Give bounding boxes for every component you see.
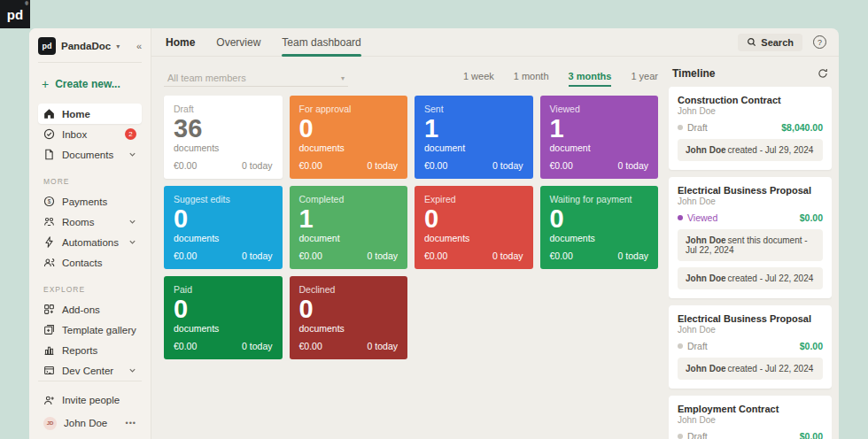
card-amount: €0.00	[174, 160, 197, 171]
more-options-icon[interactable]: •••	[126, 419, 136, 427]
timeline-event: John Doecreated - Jul 22, 2024	[678, 267, 823, 289]
period-1-month[interactable]: 1 month	[514, 71, 549, 87]
card-amount: €0.00	[299, 341, 322, 351]
sidebar-item-label: Contacts	[62, 258, 102, 268]
card-label: Sent	[424, 104, 523, 114]
timeline-doc-owner: John Doe	[678, 106, 823, 116]
status-card-declined[interactable]: Declined 0 documents €0.000 today	[290, 276, 408, 359]
sidebar-item-reports[interactable]: Reports	[38, 340, 142, 360]
timeline-doc-owner: John Doe	[678, 325, 823, 335]
section-label-explore: EXPLORE	[43, 285, 142, 294]
inbox-badge: 2	[125, 128, 136, 140]
card-label: Declined	[299, 284, 399, 295]
period-tabs: 1 week 1 month 3 months 1 year	[463, 71, 658, 87]
timeline-event: John Doecreated - Jul 29, 2024	[678, 139, 823, 161]
tab-home[interactable]: Home	[166, 28, 195, 56]
team-select-value: All team members	[167, 73, 246, 83]
timeline-entry[interactable]: Employment Contract John Doe Draft $0.00…	[669, 396, 832, 439]
sidebar-item-label: Reports	[62, 345, 97, 356]
sidebar-item-label: Automations	[62, 237, 119, 248]
sidebar-item-label: Inbox	[62, 129, 87, 140]
chevron-down-icon	[128, 366, 136, 374]
doc-amount: $0.00	[800, 431, 823, 439]
timeline-header: Timeline	[669, 65, 832, 87]
card-today: 0 today	[618, 250, 648, 261]
period-1-week[interactable]: 1 week	[463, 71, 494, 87]
search-label: Search	[761, 37, 794, 48]
workspace-switcher[interactable]: pd PandaDoc ▾ «	[38, 35, 142, 63]
sidebar-item-template-gallery[interactable]: Template gallery	[38, 320, 142, 340]
timeline-entry[interactable]: Construction Contract John Doe Draft $8,…	[669, 87, 832, 170]
collapse-sidebar-icon[interactable]: «	[136, 41, 142, 51]
status-dot	[678, 125, 683, 130]
doc-amount: $0.00	[800, 341, 823, 351]
sidebar-item-contacts[interactable]: Contacts	[38, 252, 142, 273]
sidebar-item-label: Template gallery	[62, 325, 136, 335]
sidebar-item-documents[interactable]: Documents	[38, 144, 142, 165]
status-label: Draft	[687, 431, 708, 439]
card-count: 1	[550, 116, 649, 142]
doc-amount: $0.00	[800, 212, 823, 223]
doc-amount: $8,040.00	[781, 122, 823, 133]
status-card-draft[interactable]: Draft 36 documents €0.000 today	[164, 96, 283, 179]
pandadoc-corner-logo: pd ®	[0, 0, 30, 28]
sidebar-item-rooms[interactable]: Rooms	[38, 212, 142, 232]
sidebar-item-dev-center[interactable]: Dev Center	[38, 360, 142, 381]
team-members-select[interactable]: All team members ▾	[164, 70, 348, 87]
card-label: For approval	[299, 104, 399, 114]
tab-overview[interactable]: Overview	[216, 28, 260, 56]
document-icon	[43, 149, 55, 160]
status-label: Draft	[687, 341, 708, 351]
invite-people-button[interactable]: Invite people	[38, 389, 142, 412]
period-1-year[interactable]: 1 year	[631, 71, 658, 87]
sidebar-item-home[interactable]: Home	[38, 104, 142, 124]
card-today: 0 today	[368, 250, 398, 261]
status-card-expired[interactable]: Expired 0 documents €0.000 today	[415, 186, 533, 269]
section-label-more: MORE	[43, 177, 142, 186]
main-area: Home Overview Team dashboard Search ? Al…	[151, 28, 839, 439]
plus-icon: +	[42, 77, 49, 91]
event-actor: John Doe	[686, 364, 726, 374]
page-tabs: Home Overview Team dashboard	[166, 28, 361, 56]
status-dot	[678, 343, 683, 349]
timeline-entry[interactable]: Electrical Business Proposal John Doe Vi…	[669, 177, 832, 298]
period-3-months[interactable]: 3 months	[569, 71, 612, 87]
contacts-icon	[43, 257, 55, 268]
tab-team-dashboard[interactable]: Team dashboard	[282, 28, 360, 56]
user-menu[interactable]: JD John Doe •••	[38, 412, 142, 435]
timeline-title: Timeline	[672, 67, 715, 80]
main-header: Home Overview Team dashboard Search ?	[151, 28, 839, 57]
search-button[interactable]: Search	[738, 34, 802, 51]
card-today: 0 today	[368, 160, 398, 171]
status-card-sent[interactable]: Sent 1 document €0.000 today	[415, 96, 533, 179]
create-new-button[interactable]: + Create new...	[42, 77, 142, 91]
sidebar-item-label: Home	[62, 109, 90, 119]
card-amount: €0.00	[174, 250, 197, 261]
sidebar-item-add-ons[interactable]: Add-ons	[38, 299, 142, 320]
timeline-event: John Doecreated - Jul 22, 2024	[678, 358, 823, 380]
card-today: 0 today	[242, 160, 272, 171]
help-icon[interactable]: ?	[813, 35, 826, 49]
timeline-doc-owner: John Doe	[678, 415, 823, 425]
status-card-completed[interactable]: Completed 1 document €0.000 today	[290, 186, 408, 269]
card-unit: documents	[424, 233, 523, 243]
card-amount: €0.00	[174, 341, 197, 351]
logo-text: pd	[7, 7, 23, 22]
status-card-suggest-edits[interactable]: Suggest edits 0 documents €0.000 today	[164, 186, 283, 269]
sidebar-item-payments[interactable]: $ Payments	[38, 191, 142, 212]
event-text: created - Jul 22, 2024	[728, 273, 814, 283]
home-icon	[43, 108, 55, 119]
sidebar-item-automations[interactable]: Automations	[38, 232, 142, 252]
svg-text:$: $	[48, 198, 51, 204]
invite-person-icon	[43, 395, 55, 406]
status-card-waiting-for-payment[interactable]: Waiting for payment 0 documents €0.000 t…	[540, 186, 659, 269]
refresh-icon[interactable]	[818, 68, 828, 79]
status-card-viewed[interactable]: Viewed 1 document €0.000 today	[540, 96, 659, 179]
status-card-for-approval[interactable]: For approval 0 documents €0.000 today	[290, 96, 408, 179]
card-label: Completed	[299, 194, 399, 204]
status-card-paid[interactable]: Paid 0 documents €0.000 today	[164, 276, 283, 359]
card-count: 0	[299, 297, 399, 322]
sidebar-item-inbox[interactable]: Inbox 2	[38, 124, 142, 144]
timeline-entry[interactable]: Electrical Business Proposal John Doe Dr…	[669, 305, 832, 389]
inbox-icon	[43, 128, 55, 140]
